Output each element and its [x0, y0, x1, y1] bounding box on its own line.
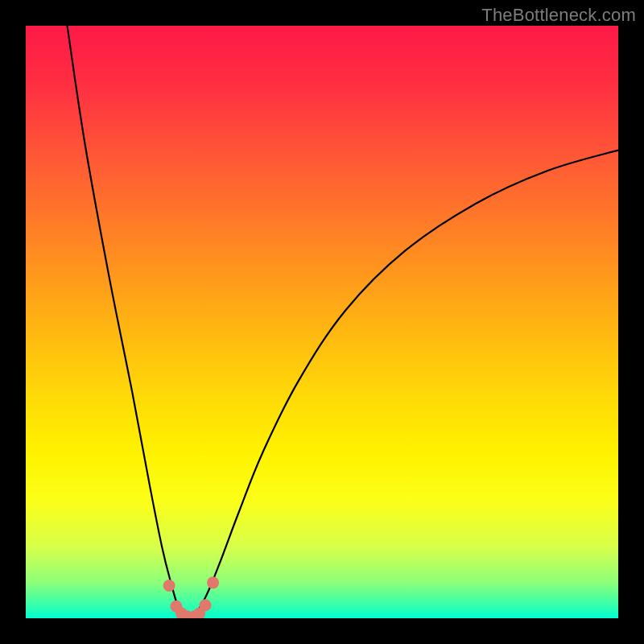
curve-left-branch [68, 26, 189, 618]
curve-markers-group [163, 576, 219, 618]
bottleneck-curve-svg [26, 26, 618, 618]
chart-plot-area [26, 26, 618, 618]
curve-marker [163, 580, 175, 592]
curve-marker [207, 576, 219, 588]
curve-right-branch [188, 151, 618, 618]
curve-marker [200, 599, 212, 611]
watermark-text: TheBottleneck.com [481, 5, 636, 26]
